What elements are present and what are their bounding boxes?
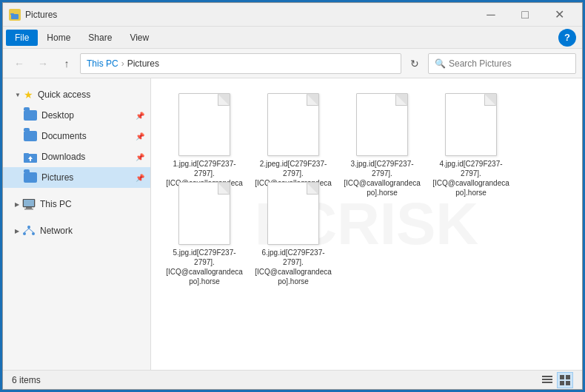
minimize-button[interactable]: ─: [474, 3, 508, 27]
sidebar: ▼ ★ Quick access Desktop 📌 Documents 📌: [3, 78, 151, 370]
svg-rect-21: [566, 381, 570, 385]
svg-line-14: [29, 229, 33, 232]
help-button[interactable]: ?: [558, 29, 576, 47]
list-item[interactable]: 1.jpg.id[C279F237-2797].[ICQ@cavallogran…: [160, 87, 249, 176]
search-input[interactable]: [449, 58, 569, 69]
svg-point-12: [32, 232, 35, 235]
pin-icon: 📌: [136, 174, 144, 182]
desktop-label: Desktop: [41, 110, 74, 121]
folder-icon: [24, 150, 37, 163]
svg-rect-18: [560, 375, 564, 379]
pictures-label: Pictures: [41, 172, 73, 183]
folder-icon: [24, 129, 37, 143]
file-name: 4.jpg.id[C279F237-2797].[ICQ@cavallogran…: [432, 159, 509, 197]
svg-rect-4: [24, 153, 29, 156]
menu-share[interactable]: Share: [79, 30, 121, 46]
menu-bar: File Home Share View ?: [3, 27, 582, 49]
main-content: ▼ ★ Quick access Desktop 📌 Documents 📌: [3, 78, 582, 370]
svg-rect-7: [24, 200, 34, 206]
back-button[interactable]: ←: [9, 53, 30, 74]
breadcrumb-this-pc[interactable]: This PC: [87, 58, 118, 69]
address-bar[interactable]: This PC › Pictures: [80, 53, 401, 74]
sidebar-item-quick-access[interactable]: ▼ ★ Quick access: [3, 84, 150, 105]
file-area: PCRISK 1.jpg.id[C279F237-2797].[ICQ@cava…: [151, 78, 582, 370]
file-name: 3.jpg.id[C279F237-2797].[ICQ@cavallogran…: [344, 159, 421, 197]
list-view-button[interactable]: [539, 372, 555, 388]
list-item[interactable]: 3.jpg.id[C279F237-2797].[ICQ@cavallogran…: [338, 87, 427, 176]
file-icon: [178, 93, 230, 156]
up-button[interactable]: ↑: [56, 53, 77, 74]
window-title: Pictures: [25, 10, 474, 20]
item-count: 6 items: [12, 375, 41, 385]
status-bar: 6 items: [3, 370, 582, 389]
svg-rect-9: [24, 209, 33, 210]
pin-icon: 📌: [136, 112, 144, 120]
svg-rect-2: [10, 13, 14, 15]
file-icon: [356, 93, 408, 156]
file-name: 5.jpg.id[C279F237-2797].[ICQ@cavallogran…: [166, 248, 243, 286]
list-item[interactable]: 4.jpg.id[C279F237-2797].[ICQ@cavallogran…: [427, 87, 515, 176]
chevron-right-icon: ▶: [15, 228, 19, 234]
file-icon: [267, 182, 319, 245]
svg-rect-19: [566, 375, 570, 379]
refresh-button[interactable]: ↻: [404, 53, 425, 74]
sidebar-item-this-pc[interactable]: ▶ This PC: [3, 194, 150, 214]
title-bar: Pictures ─ □ ✕: [3, 3, 582, 27]
search-box[interactable]: 🔍: [428, 53, 576, 74]
network-icon: [22, 224, 36, 237]
list-item[interactable]: 6.jpg.id[C279F237-2797].[ICQ@cavallogran…: [249, 176, 338, 265]
pin-icon: 📌: [136, 153, 144, 161]
computer-icon: [22, 197, 36, 211]
breadcrumb-separator: ›: [121, 58, 124, 69]
sidebar-item-documents[interactable]: Documents 📌: [3, 126, 150, 146]
svg-rect-8: [26, 207, 32, 209]
window-controls: ─ □ ✕: [474, 3, 576, 27]
close-button[interactable]: ✕: [542, 3, 576, 27]
download-folder-icon: [24, 151, 37, 163]
star-icon: ★: [24, 89, 33, 101]
maximize-button[interactable]: □: [508, 3, 542, 27]
network-label: Network: [40, 226, 73, 236]
this-pc-label: This PC: [40, 199, 72, 209]
sidebar-item-network[interactable]: ▶ Network: [3, 220, 150, 241]
tile-view-button[interactable]: [557, 372, 573, 388]
chevron-right-icon: ▶: [15, 201, 19, 208]
nav-bar: ← → ↑ This PC › Pictures ↻ 🔍: [3, 49, 582, 78]
list-item[interactable]: 2.jpeg.id[C279F237-2797].[ICQ@cavallogra…: [249, 87, 338, 176]
svg-rect-1: [11, 14, 19, 19]
file-icon: [178, 182, 230, 245]
svg-rect-20: [560, 381, 564, 385]
file-icon: [445, 93, 497, 156]
window-icon: [9, 9, 21, 21]
menu-view[interactable]: View: [121, 30, 158, 46]
svg-rect-17: [542, 382, 552, 383]
view-buttons: [539, 372, 573, 388]
menu-home[interactable]: Home: [38, 30, 79, 46]
forward-button[interactable]: →: [33, 53, 53, 74]
chevron-down-icon: ▼: [15, 92, 21, 98]
sidebar-item-desktop[interactable]: Desktop 📌: [3, 105, 150, 126]
folder-icon: [24, 171, 37, 184]
folder-icon: [24, 109, 37, 122]
list-item[interactable]: 5.jpg.id[C279F237-2797].[ICQ@cavallogran…: [160, 176, 249, 265]
svg-point-10: [27, 226, 30, 229]
quick-access-label: Quick access: [38, 89, 90, 100]
svg-rect-16: [542, 379, 552, 380]
pin-icon: 📌: [136, 132, 144, 141]
search-icon: 🔍: [435, 58, 446, 69]
downloads-label: Downloads: [41, 152, 85, 162]
svg-rect-15: [542, 376, 552, 377]
documents-label: Documents: [41, 131, 87, 141]
breadcrumb-pictures: Pictures: [127, 58, 159, 69]
file-icon: [267, 93, 319, 156]
svg-point-11: [23, 232, 26, 235]
sidebar-item-pictures[interactable]: Pictures 📌: [3, 167, 150, 188]
menu-file[interactable]: File: [6, 30, 38, 46]
svg-line-13: [24, 229, 29, 232]
file-name: 6.jpg.id[C279F237-2797].[ICQ@cavallogran…: [255, 248, 332, 286]
sidebar-item-downloads[interactable]: Downloads 📌: [3, 146, 150, 167]
